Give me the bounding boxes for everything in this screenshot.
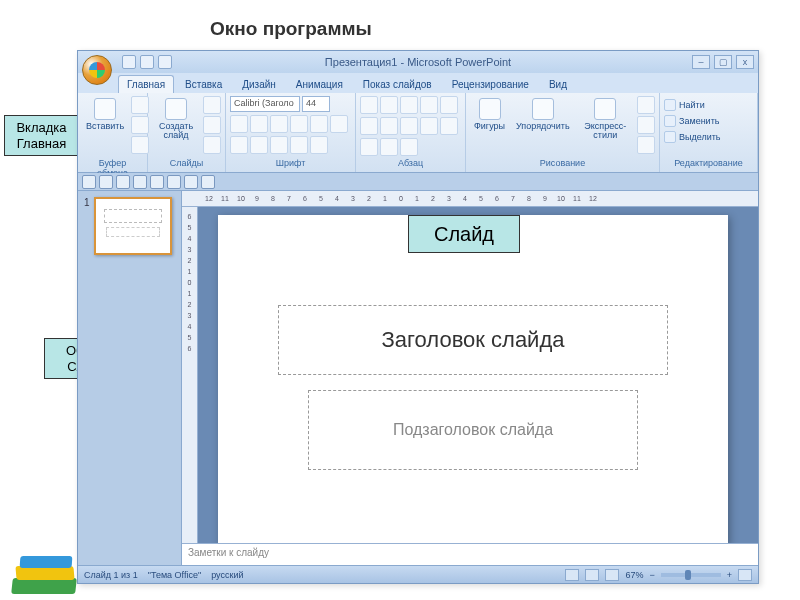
sorter-view-button[interactable] <box>585 569 599 581</box>
reset-button[interactable] <box>203 116 221 134</box>
tab-design[interactable]: Дизайн <box>233 75 285 93</box>
fit-window-button[interactable] <box>738 569 752 581</box>
zoom-slider[interactable] <box>661 573 721 577</box>
justify-button[interactable] <box>420 117 438 135</box>
zoom-percent[interactable]: 67% <box>625 570 643 580</box>
align-right-button[interactable] <box>400 117 418 135</box>
find-button[interactable]: Найти <box>664 99 721 111</box>
bullets-button[interactable] <box>360 96 378 114</box>
quick-styles-button[interactable]: Экспресс-стили <box>577 96 634 143</box>
slideshow-view-button[interactable] <box>605 569 619 581</box>
strikethrough-button[interactable] <box>310 115 328 133</box>
numbering-button[interactable] <box>380 96 398 114</box>
paste-button[interactable]: Вставить <box>82 96 128 133</box>
tab-view[interactable]: Вид <box>540 75 576 93</box>
select-button[interactable]: Выделить <box>664 131 721 143</box>
quick-styles-icon <box>594 98 616 120</box>
grow-font-button[interactable] <box>230 136 248 154</box>
font-size-select[interactable]: 44 <box>302 96 330 112</box>
group-paragraph: Абзац <box>356 93 466 172</box>
align-text-button[interactable] <box>380 138 398 156</box>
shape-fill-button[interactable] <box>637 96 655 114</box>
indent-dec-button[interactable] <box>400 96 418 114</box>
font-color-button[interactable] <box>330 115 348 133</box>
italic-button[interactable] <box>250 115 268 133</box>
select-icon <box>664 131 676 143</box>
ribbon: Вставить Буфер обмена Создать слайд <box>78 93 758 173</box>
title-bar: Презентация1 - Microsoft PowerPoint – ▢ … <box>78 51 758 73</box>
shape-outline-button[interactable] <box>637 116 655 134</box>
line-spacing-button[interactable] <box>440 96 458 114</box>
tab-home[interactable]: Главная <box>118 75 174 93</box>
sb-btn[interactable] <box>150 175 164 189</box>
notes-pane[interactable]: Заметки к слайду <box>182 543 758 565</box>
format-painter-button[interactable] <box>131 136 149 154</box>
sb-btn[interactable] <box>201 175 215 189</box>
slide-canvas[interactable]: Заголовок слайда Подзаголовок слайда <box>198 207 758 543</box>
shapes-button[interactable]: Фигуры <box>470 96 509 133</box>
shapes-label: Фигуры <box>474 122 505 131</box>
delete-slide-button[interactable] <box>203 136 221 154</box>
copy-button[interactable] <box>131 116 149 134</box>
arrange-button[interactable]: Упорядочить <box>512 96 574 133</box>
group-label: Буфер обмена <box>82 158 143 170</box>
callout-tab-home: Вкладка Главная <box>4 115 79 156</box>
align-center-button[interactable] <box>380 117 398 135</box>
status-bar: Слайд 1 из 1 "Тема Office" русский 67% −… <box>78 565 758 583</box>
indent-inc-button[interactable] <box>420 96 438 114</box>
group-font: Calibri (Заголо 44 <box>226 93 356 172</box>
char-spacing-button[interactable] <box>290 136 308 154</box>
slide[interactable]: Заголовок слайда Подзаголовок слайда <box>218 215 728 543</box>
app-window: Презентация1 - Microsoft PowerPoint – ▢ … <box>77 50 759 584</box>
cut-button[interactable] <box>131 96 149 114</box>
minimize-button[interactable]: – <box>692 55 710 69</box>
qat-undo-icon[interactable] <box>140 55 154 69</box>
subtitle-placeholder[interactable]: Подзаголовок слайда <box>308 390 638 470</box>
tab-review[interactable]: Рецензирование <box>443 75 538 93</box>
underline-button[interactable] <box>270 115 288 133</box>
new-slide-button[interactable]: Создать слайд <box>152 96 200 143</box>
qat-redo-icon[interactable] <box>158 55 172 69</box>
select-label: Выделить <box>679 132 721 142</box>
sb-btn[interactable] <box>133 175 147 189</box>
shrink-font-button[interactable] <box>250 136 268 154</box>
qat-save-icon[interactable] <box>122 55 136 69</box>
close-button[interactable]: x <box>736 55 754 69</box>
shape-effects-button[interactable] <box>637 136 655 154</box>
group-clipboard: Вставить Буфер обмена <box>78 93 148 172</box>
case-button[interactable] <box>310 136 328 154</box>
group-slides: Создать слайд Слайды <box>148 93 226 172</box>
status-theme: "Тема Office" <box>148 570 201 580</box>
tab-animation[interactable]: Анимация <box>287 75 352 93</box>
align-left-button[interactable] <box>360 117 378 135</box>
tab-slideshow[interactable]: Показ слайдов <box>354 75 441 93</box>
zoom-out-button[interactable]: − <box>649 570 654 580</box>
group-label: Абзац <box>360 158 461 170</box>
group-label: Редактирование <box>664 158 753 170</box>
sb-btn[interactable] <box>184 175 198 189</box>
zoom-in-button[interactable]: + <box>727 570 732 580</box>
normal-view-button[interactable] <box>565 569 579 581</box>
layout-button[interactable] <box>203 96 221 114</box>
bold-button[interactable] <box>230 115 248 133</box>
title-placeholder[interactable]: Заголовок слайда <box>278 305 668 375</box>
font-family-select[interactable]: Calibri (Заголо <box>230 96 300 112</box>
slides-pane[interactable]: 1 <box>78 191 182 565</box>
maximize-button[interactable]: ▢ <box>714 55 732 69</box>
clear-format-button[interactable] <box>270 136 288 154</box>
text-direction-button[interactable] <box>360 138 378 156</box>
sb-btn[interactable] <box>99 175 113 189</box>
smartart-button[interactable] <box>400 138 418 156</box>
office-button[interactable] <box>82 55 112 85</box>
sb-btn[interactable] <box>116 175 130 189</box>
tab-insert[interactable]: Вставка <box>176 75 231 93</box>
sb-btn[interactable] <box>167 175 181 189</box>
shadow-button[interactable] <box>290 115 308 133</box>
slide-thumbnail[interactable] <box>94 197 172 255</box>
group-label: Слайды <box>152 158 221 170</box>
status-language[interactable]: русский <box>211 570 243 580</box>
sb-btn[interactable] <box>82 175 96 189</box>
columns-button[interactable] <box>440 117 458 135</box>
ribbon-tabs: Главная Вставка Дизайн Анимация Показ сл… <box>78 73 758 93</box>
replace-button[interactable]: Заменить <box>664 115 721 127</box>
